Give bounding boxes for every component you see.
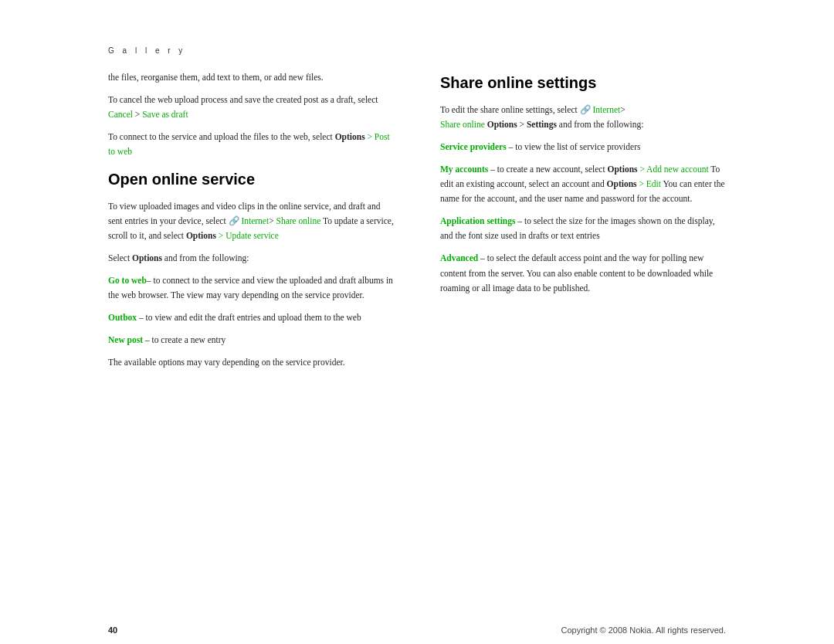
edit-link: > Edit	[637, 179, 661, 188]
intro-text-before: To edit the share online settings, selec…	[440, 105, 580, 114]
my-accounts-block: My accounts – to create a new account, s…	[440, 162, 726, 206]
internet-link-right: Internet	[592, 105, 620, 114]
advanced-block: Advanced – to select the default access …	[440, 251, 726, 296]
page: G a l l e r y the files, reorganise them…	[0, 0, 834, 644]
service-providers-heading: Service providers	[440, 142, 507, 151]
share-online-intro: To edit the share online settings, selec…	[440, 103, 726, 132]
save-separator: >	[133, 110, 142, 119]
from-following: and from the following:	[559, 120, 644, 129]
outbox-heading: Outbox	[108, 313, 137, 322]
icon-symbol: 🔗	[229, 216, 239, 225]
options-link-1: Options	[335, 132, 365, 141]
page-footer: 40 Copyright © 2008 Nokia. All rights re…	[0, 616, 834, 644]
page-content: G a l l e r y the files, reorganise them…	[0, 0, 834, 616]
internet-link: Internet	[241, 216, 269, 225]
service-providers-block: Service providers – to view the list of …	[440, 140, 726, 154]
go-to-web-block: Go to web– to connect to the service and…	[108, 273, 394, 303]
select-text: Select	[108, 253, 132, 263]
cancel-text-before: To cancel the web upload process and sav…	[108, 95, 378, 104]
icon-symbol2: 🔗	[580, 105, 591, 114]
right-column: Share online settings To edit the share …	[440, 70, 726, 585]
available-options-paragraph: The available options may vary depending…	[108, 355, 394, 370]
advanced-desc: – to select the default access point and…	[440, 253, 713, 292]
outbox-desc: – to view and edit the draft entries and…	[137, 313, 361, 322]
advanced-heading: Advanced	[440, 253, 478, 263]
options-link-3: Options	[132, 253, 162, 263]
add-new-account: > Add new account	[638, 164, 709, 174]
new-post-heading: New post	[108, 335, 143, 344]
footer-copyright: Copyright © 2008 Nokia. All rights reser…	[561, 625, 726, 635]
share-online-link-right: Share online	[440, 120, 485, 129]
options-link-3-right: Options	[607, 179, 637, 188]
service-providers-desc: – to view the list of service providers	[507, 142, 641, 151]
left-column: the files, reorganise them, add text to …	[108, 70, 394, 585]
share-online-link: Share online	[276, 216, 321, 225]
my-accounts-heading: My accounts	[440, 164, 488, 174]
available-options-text: The available options may vary depending…	[108, 358, 345, 367]
my-accounts-desc-text: – to create a new account, select	[488, 164, 607, 174]
app-settings-heading: Application settings	[440, 216, 515, 225]
two-column-layout: the files, reorganise them, add text to …	[108, 70, 726, 585]
select-options-paragraph: Select Options and from the following:	[108, 251, 394, 266]
new-post-desc: – to create a new entry	[143, 335, 225, 344]
settings-link-right: Settings	[524, 120, 557, 129]
view-paragraph: To view uploaded images and video clips …	[108, 199, 394, 243]
page-number: 40	[108, 625, 117, 635]
select-options-after: and from the following:	[162, 253, 249, 263]
cancel-paragraph: To cancel the web upload process and sav…	[108, 93, 394, 122]
open-online-service-heading: Open online service	[108, 167, 394, 192]
go-to-web-heading: Go to web	[108, 276, 147, 285]
options-link-2: Options	[186, 231, 216, 240]
intro-text: the files, reorganise them, add text to …	[108, 73, 324, 82]
intro-paragraph: the files, reorganise them, add text to …	[108, 70, 394, 85]
new-post-block: New post – to create a new entry	[108, 333, 394, 347]
connect-text: To connect to the service and upload the…	[108, 132, 335, 141]
options-link-right: Options	[487, 120, 517, 129]
connect-paragraph: To connect to the service and upload the…	[108, 130, 394, 159]
share-online-settings-heading: Share online settings	[440, 70, 726, 95]
my-accounts-text: My accounts – to create a new account, s…	[440, 162, 726, 206]
options-link-2-right: Options	[608, 164, 638, 174]
cancel-link: Cancel	[108, 110, 133, 119]
header-label: G a l l e r y	[108, 46, 726, 55]
save-as-draft-link: Save as draft	[142, 110, 188, 119]
outbox-block: Outbox – to view and edit the draft entr…	[108, 310, 394, 325]
go-to-web-desc: – to connect to the service and view the…	[108, 276, 393, 300]
app-settings-block: Application settings – to select the siz…	[440, 214, 726, 243]
update-service: > Update service	[216, 231, 279, 240]
